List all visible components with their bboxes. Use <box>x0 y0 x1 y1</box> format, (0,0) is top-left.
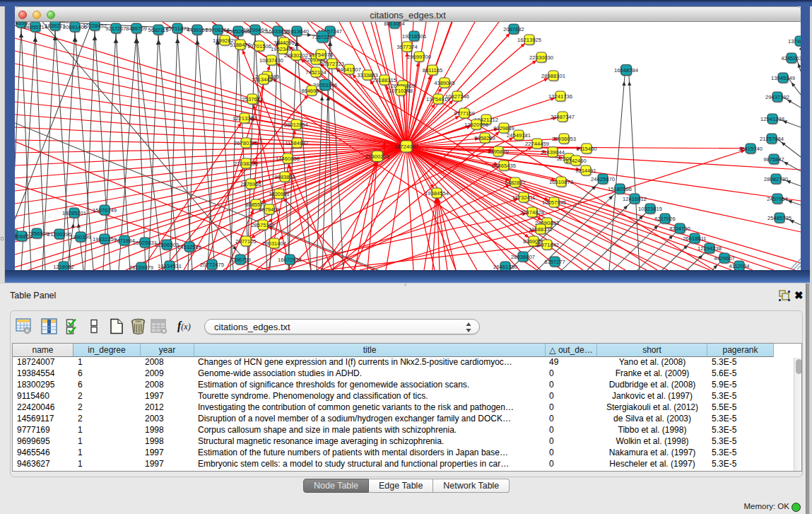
svg-text:16072954: 16072954 <box>278 257 302 263</box>
svg-text:3677374: 3677374 <box>396 44 418 50</box>
svg-text:8489709: 8489709 <box>126 25 147 32</box>
svg-text:7452134: 7452134 <box>305 69 326 76</box>
svg-text:13045349: 13045349 <box>771 75 795 81</box>
svg-text:22806503: 22806503 <box>155 242 179 248</box>
svg-text:9217207: 9217207 <box>105 25 126 32</box>
svg-text:9115460: 9115460 <box>577 146 597 152</box>
svg-text:6482877: 6482877 <box>505 180 526 186</box>
svg-text:10327246: 10327246 <box>445 93 469 100</box>
svg-text:9214491: 9214491 <box>575 168 596 174</box>
svg-text:20031404: 20031404 <box>262 240 286 247</box>
svg-text:1890399: 1890399 <box>70 234 91 240</box>
svg-text:25025631: 25025631 <box>133 240 157 246</box>
svg-text:12294238: 12294238 <box>698 245 722 252</box>
svg-text:28038807: 28038807 <box>511 254 535 260</box>
svg-text:9875847: 9875847 <box>763 156 784 163</box>
svg-text:24549181: 24549181 <box>507 132 531 139</box>
svg-text:25485735: 25485735 <box>767 215 792 221</box>
svg-text:8646997: 8646997 <box>301 88 322 94</box>
svg-text:3220921: 3220921 <box>269 191 290 197</box>
svg-text:8396759: 8396759 <box>230 257 251 263</box>
svg-text:1218062: 1218062 <box>53 264 74 270</box>
svg-text:23936053: 23936053 <box>552 136 576 142</box>
svg-text:12416912: 12416912 <box>623 196 647 202</box>
svg-text:2077105: 2077105 <box>235 238 257 245</box>
svg-text:8079409: 8079409 <box>259 206 280 213</box>
svg-text:19218506: 19218506 <box>402 33 426 40</box>
svg-text:12213363: 12213363 <box>233 115 257 122</box>
svg-text:15076749: 15076749 <box>93 207 117 214</box>
svg-text:7671884: 7671884 <box>114 238 135 244</box>
svg-text:9777169: 9777169 <box>454 110 475 117</box>
svg-text:19285201: 19285201 <box>62 210 86 216</box>
svg-text:14460856: 14460856 <box>276 156 300 162</box>
svg-text:4439167: 4439167 <box>187 27 208 33</box>
svg-text:8224730: 8224730 <box>669 226 690 232</box>
svg-text:13134457: 13134457 <box>252 76 276 83</box>
svg-text:29437192: 29437192 <box>765 94 789 100</box>
svg-text:2087682: 2087682 <box>503 26 524 33</box>
svg-text:21754078: 21754078 <box>309 52 333 58</box>
svg-text:23971842: 23971842 <box>535 242 559 248</box>
svg-text:22330030: 22330030 <box>529 54 553 61</box>
svg-text:9983893: 9983893 <box>274 174 295 180</box>
svg-text:10837430: 10837430 <box>259 57 283 64</box>
svg-text:10323815: 10323815 <box>638 206 662 212</box>
svg-text:9958289: 9958289 <box>474 135 495 141</box>
svg-text:19832259: 19832259 <box>93 236 117 243</box>
svg-text:4429607: 4429607 <box>714 255 735 262</box>
svg-text:16415740: 16415740 <box>739 146 763 152</box>
svg-text:4112034: 4112034 <box>729 263 750 269</box>
svg-text:26780325: 26780325 <box>234 140 258 146</box>
svg-text:24532561: 24532561 <box>177 244 201 250</box>
svg-text:21257684: 21257684 <box>760 136 784 142</box>
svg-text:28082730: 28082730 <box>764 176 788 182</box>
svg-text:2876966: 2876966 <box>240 181 261 187</box>
svg-text:4245263: 4245263 <box>781 55 802 62</box>
svg-text:26461350: 26461350 <box>493 264 517 270</box>
svg-text:25300203: 25300203 <box>365 153 389 160</box>
svg-text:22474828: 22474828 <box>520 209 544 216</box>
svg-text:26618611: 26618611 <box>683 235 706 242</box>
svg-text:28988101: 28988101 <box>541 73 565 79</box>
svg-text:7357224: 7357224 <box>312 34 333 40</box>
svg-text:8029889: 8029889 <box>493 125 514 132</box>
svg-text:20813640: 20813640 <box>285 28 309 35</box>
svg-text:15180586: 15180586 <box>608 186 632 192</box>
svg-text:19299464: 19299464 <box>243 27 267 33</box>
svg-text:19523409: 19523409 <box>271 46 295 52</box>
svg-text:6357277: 6357277 <box>544 259 565 265</box>
svg-text:23487347: 23487347 <box>551 114 575 120</box>
svg-text:10334531: 10334531 <box>158 263 182 269</box>
svg-text:16510878: 16510878 <box>549 179 573 185</box>
svg-text:3395870: 3395870 <box>488 148 509 155</box>
svg-text:22744459: 22744459 <box>525 141 549 147</box>
svg-text:24425670: 24425670 <box>591 176 615 182</box>
svg-text:19384554: 19384554 <box>425 190 449 197</box>
svg-text:29699700: 29699700 <box>407 54 431 60</box>
svg-text:25465435: 25465435 <box>492 163 516 169</box>
svg-text:10228452: 10228452 <box>83 23 107 29</box>
svg-text:2457954: 2457954 <box>767 196 788 202</box>
svg-text:17956909: 17956909 <box>25 230 49 237</box>
svg-text:10057945: 10057945 <box>542 199 566 206</box>
svg-text:13732411: 13732411 <box>512 194 535 201</box>
svg-text:6217026: 6217026 <box>654 216 676 222</box>
svg-text:21200396: 21200396 <box>47 231 71 238</box>
svg-text:2537611: 2537611 <box>242 96 263 103</box>
svg-text:4389045: 4389045 <box>434 80 455 86</box>
svg-text:14055714: 14055714 <box>23 24 47 30</box>
svg-text:19688132: 19688132 <box>529 226 553 233</box>
svg-text:18724007: 18724007 <box>394 144 418 150</box>
svg-text:27038236: 27038236 <box>234 160 258 167</box>
svg-text:13241736: 13241736 <box>548 93 572 100</box>
svg-text:11584847: 11584847 <box>285 140 308 146</box>
svg-text:28575119: 28575119 <box>251 222 274 228</box>
svg-text:21439044: 21439044 <box>541 149 565 156</box>
svg-text:28012854: 28012854 <box>284 122 308 128</box>
svg-text:20772475: 20772475 <box>200 262 224 268</box>
svg-text:16648784: 16648784 <box>614 67 638 74</box>
svg-text:16213925: 16213925 <box>517 37 541 43</box>
svg-text:25711873: 25711873 <box>165 25 189 32</box>
svg-text:13701506: 13701506 <box>247 43 271 49</box>
